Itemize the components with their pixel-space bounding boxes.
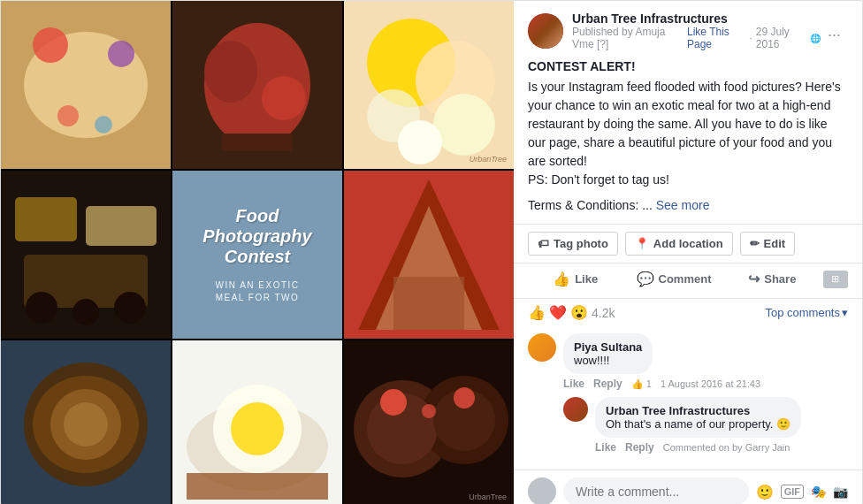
edit-icon: ✏ [750, 237, 760, 250]
top-comments-chevron: ▾ [842, 306, 848, 319]
page-avatar [528, 13, 563, 49]
reply-1-avatar [563, 397, 588, 422]
reply-1-name: Urban Tree Infrastructures [606, 404, 790, 417]
reaction-like-emoji: 👍 [528, 304, 546, 321]
food-photo-5 [344, 171, 514, 339]
current-user-avatar [528, 477, 556, 504]
share-button[interactable]: ↪ Share [725, 265, 820, 293]
see-more-link[interactable]: See more [656, 198, 710, 212]
comment-1-like[interactable]: Like [563, 378, 584, 390]
more-options-button[interactable]: ... [821, 19, 848, 44]
reply-1-text: Oh that's a name of our property. 🙂 [606, 417, 790, 431]
food-photo-2 [172, 1, 342, 169]
reaction-count: 4.2k [592, 306, 615, 320]
comment-label: Comment [659, 272, 712, 286]
terms-label: Terms & Conditions: [528, 198, 638, 212]
post-date: 29 July 2016 [756, 26, 806, 50]
write-comment-bar: 🙂 GIF 🎭 📷 [514, 470, 862, 504]
commenter-1-name: Piya Sultana [574, 340, 642, 354]
gif-button[interactable]: GIF [781, 485, 804, 499]
post-header: Urban Tree Infrastructures Published by … [514, 1, 862, 57]
location-icon: 📍 [635, 237, 649, 250]
food-photo-4 [1, 171, 171, 339]
post-body: Is your Instagram feed flooded with food… [528, 78, 848, 189]
like-icon: 👍 [553, 271, 570, 287]
comment-1-bubble: Piya Sultana wow!!!! [563, 333, 653, 374]
post-header-left: Urban Tree Infrastructures Published by … [528, 11, 821, 50]
comment-1-text: wow!!!! [574, 354, 609, 367]
contest-card: FoodPhotographyContest WIN AN EXOTICMEAL… [172, 171, 342, 339]
edit-label: Edit [764, 237, 786, 250]
photo-grid-panel: UrbanTree FoodPhotographyContest WIN AN … [1, 1, 514, 504]
food-photo-8: UrbanTree [344, 340, 514, 504]
action-bar: 🏷 Tag photo 📍 Add location ✏ Edit [514, 224, 862, 263]
share-icon: ↪ [748, 271, 760, 287]
post-meta: Urban Tree Infrastructures Published by … [572, 11, 821, 50]
page-name[interactable]: Urban Tree Infrastructures [572, 11, 821, 26]
photo-attach-button[interactable]: 📷 [833, 485, 848, 499]
post-separator: · [749, 32, 752, 44]
post-content: CONTEST ALERT! Is your Instagram feed fl… [514, 57, 862, 224]
food-photo-3: UrbanTree [344, 1, 514, 169]
tag-photo-button[interactable]: 🏷 Tag photo [528, 232, 618, 256]
reply-1-bubble: Urban Tree Infrastructures Oh that's a n… [595, 397, 801, 438]
reply-1-body: Urban Tree Infrastructures Oh that's a n… [595, 397, 801, 454]
photo-options-button[interactable]: ⊞ [823, 271, 848, 288]
comment-input[interactable] [563, 477, 749, 504]
comment-1-reply[interactable]: Reply [593, 378, 622, 390]
emoji-picker-button[interactable]: 🙂 [756, 484, 774, 500]
post-panel: Urban Tree Infrastructures Published by … [514, 1, 862, 504]
comment-icon: 💬 [637, 271, 654, 287]
reply-1-reply[interactable]: Reply [625, 441, 654, 454]
post-alert-title: CONTEST ALERT! [528, 57, 848, 76]
edit-button[interactable]: ✏ Edit [740, 232, 796, 256]
comment-1-time: 1 August 2016 at 21:43 [661, 378, 760, 389]
reply-1: Urban Tree Infrastructures Oh that's a n… [563, 397, 848, 454]
reaction-love-emoji: ❤️ [549, 304, 567, 321]
food-photo-1 [1, 1, 171, 169]
add-location-label: Add location [653, 237, 723, 250]
globe-icon: 🌐 [810, 34, 821, 43]
comment-1-reactions: 👍 1 [631, 378, 652, 390]
top-comments-label: Top comments [765, 306, 840, 319]
interaction-bar: 👍 Like 💬 Comment ↪ Share ⊞ [514, 263, 862, 299]
published-by: Published by Amuja Vme [?] [572, 26, 684, 50]
reaction-wow-emoji: 😮 [570, 304, 588, 321]
reactions-bar: 👍 ❤️ 😮 4.2k Top comments ▾ [514, 299, 862, 326]
post-terms: Terms & Conditions: ... See more [528, 196, 848, 215]
comment-button[interactable]: 💬 Comment [626, 265, 721, 293]
reply-1-extra: Commented on by Garry Jain [663, 442, 790, 453]
reply-1-like[interactable]: Like [595, 441, 616, 454]
tag-photo-label: Tag photo [554, 237, 608, 250]
add-location-button[interactable]: 📍 Add location [625, 232, 733, 256]
comment-input-icons: 🙂 GIF 🎭 📷 [756, 484, 848, 500]
like-button[interactable]: 👍 Like [528, 265, 622, 293]
contest-subtitle: WIN AN EXOTICMEAL FOR TWO [215, 279, 299, 304]
food-photo-6 [1, 340, 171, 504]
like-label: Like [575, 272, 598, 286]
like-this-page[interactable]: Like This Page [687, 26, 745, 50]
reply-1-actions: Like Reply Commented on by Garry Jain [595, 441, 801, 454]
post-info: Published by Amuja Vme [?] Like This Pag… [572, 26, 821, 50]
share-label: Share [764, 272, 796, 286]
sticker-button[interactable]: 🎭 [811, 485, 826, 499]
reactions-left: 👍 ❤️ 😮 4.2k [528, 304, 615, 321]
comment-1: Piya Sultana wow!!!! Like Reply 👍 1 1 Au… [528, 333, 848, 454]
food-photo-7 [172, 340, 342, 504]
comments-section: Piya Sultana wow!!!! Like Reply 👍 1 1 Au… [514, 326, 862, 470]
tag-icon: 🏷 [538, 237, 549, 250]
commenter-1-avatar [528, 333, 556, 362]
photo-grid: UrbanTree FoodPhotographyContest WIN AN … [1, 1, 514, 504]
terms-ellipsis: ... [642, 198, 653, 212]
comment-1-actions: Like Reply 👍 1 1 August 2016 at 21:43 [563, 378, 848, 390]
photo-options-icon: ⊞ [831, 273, 839, 285]
contest-title: FoodPhotographyContest [202, 206, 311, 267]
comment-1-body: Piya Sultana wow!!!! Like Reply 👍 1 1 Au… [563, 333, 848, 454]
top-comments-button[interactable]: Top comments ▾ [765, 306, 848, 319]
